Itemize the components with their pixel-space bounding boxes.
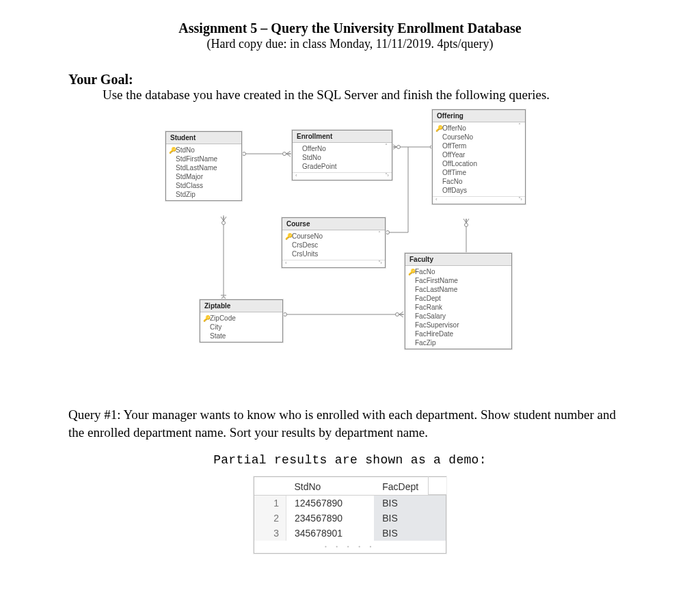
- field: StdLastName: [166, 163, 241, 172]
- query1-text: Query #1: Your manager wants to know who…: [68, 406, 632, 441]
- field: OffYear: [433, 150, 525, 159]
- scrollbar-icon: ˄˅: [385, 143, 390, 178]
- cell-facdept: BIS: [374, 496, 446, 511]
- field: FacNo: [415, 268, 435, 275]
- title-main: Query the University Enrollment Database: [271, 21, 521, 36]
- cell-stdno: 234567890: [286, 511, 375, 526]
- field: CrsDesc: [282, 241, 385, 249]
- table-row: 1 124567890 BIS: [254, 496, 446, 511]
- entity-enrollment: Enrollment OfferNo StdNo GradePoint ˄˅ ‹…: [292, 130, 392, 180]
- field: FacRank: [405, 303, 511, 312]
- field: OfferNo: [293, 144, 392, 153]
- key-icon: 🔑: [435, 125, 442, 132]
- field: FacSupervisor: [405, 321, 511, 329]
- scrollbar-icon: ˄˅: [518, 122, 524, 202]
- entity-title: Faculty: [405, 254, 511, 266]
- key-icon: 🔑: [408, 269, 414, 275]
- field: FacSalary: [405, 312, 511, 321]
- field: City: [200, 323, 282, 332]
- document-page: Assignment 5 – Query the University Enro…: [0, 0, 700, 581]
- cell-stdno: 345678901: [286, 526, 375, 541]
- field: CrsUnits: [282, 249, 385, 258]
- row-number: 3: [254, 526, 286, 541]
- field: GradePoint: [293, 162, 392, 171]
- entity-title: Offering: [433, 110, 525, 122]
- field: FacNo: [433, 177, 525, 186]
- key-icon: 🔑: [285, 233, 291, 240]
- entity-fields: 🔑StdNo StdFirstName StdLastName StdMajor…: [166, 144, 241, 200]
- field: OffLocation: [433, 159, 525, 168]
- entity-offering: Offering 🔑OfferNo CourseNo OffTerm OffYe…: [432, 109, 526, 204]
- title-prefix: Assignment 5 –: [178, 21, 271, 36]
- field: FacFirstName: [405, 276, 511, 285]
- field: State: [200, 332, 282, 340]
- field: FacDept: [405, 294, 511, 303]
- result-table: StdNo FacDept 1 124567890 BIS 2 23456789…: [254, 477, 446, 541]
- key-icon: 🔑: [203, 315, 209, 322]
- query1-result-sample: StdNo FacDept 1 124567890 BIS 2 23456789…: [254, 476, 446, 554]
- hscrollbar-icon: ‹›: [293, 172, 392, 180]
- entity-title: Enrollment: [293, 131, 392, 143]
- cell-facdept: BIS: [374, 526, 446, 541]
- query1-demo-label: Partial results are shown as a demo:: [68, 453, 632, 467]
- field: ZipCode: [210, 314, 236, 322]
- cell-stdno: 124567890: [286, 496, 375, 511]
- field: StdZip: [166, 190, 241, 199]
- entity-title: Ziptable: [200, 300, 282, 312]
- field: FacHireDate: [405, 329, 511, 338]
- entity-ziptable: Ziptable 🔑ZipCode City State: [200, 299, 283, 342]
- field: StdNo: [176, 146, 195, 154]
- field: OffTerm: [433, 141, 525, 150]
- field: OfferNo: [442, 124, 466, 132]
- field: StdFirstName: [166, 154, 241, 163]
- table-row: 3 345678901 BIS: [254, 526, 446, 541]
- entity-title: Course: [282, 218, 385, 230]
- er-diagram: Student 🔑StdNo StdFirstName StdLastName …: [159, 109, 541, 390]
- field: OffDays: [433, 186, 525, 195]
- field: CourseNo: [433, 133, 525, 141]
- hscrollbar-icon: ‹›: [433, 196, 525, 204]
- row-number: 1: [254, 496, 286, 511]
- entity-faculty: Faculty 🔑FacNo FacFirstName FacLastName …: [405, 253, 512, 349]
- goal-heading: Your Goal:: [68, 72, 632, 87]
- cell-facdept: BIS: [374, 511, 446, 526]
- row-number: 2: [254, 511, 286, 526]
- field: FacZip: [405, 338, 511, 347]
- table-row: 2 234567890 BIS: [254, 511, 446, 526]
- page-title: Assignment 5 – Query the University Enro…: [68, 19, 632, 37]
- field: StdNo: [293, 153, 392, 162]
- page-subtitle: (Hard copy due: in class Monday, 11/11/2…: [68, 37, 632, 51]
- hscrollbar-icon: ‹›: [282, 260, 385, 267]
- truncation-icon: [254, 541, 446, 553]
- field: StdClass: [166, 181, 241, 190]
- col-header-rownum: [254, 477, 286, 496]
- col-header-stdno: StdNo: [286, 477, 375, 496]
- entity-title: Student: [166, 132, 241, 144]
- field: StdMajor: [166, 172, 241, 181]
- field: CourseNo: [292, 232, 323, 240]
- entity-student: Student 🔑StdNo StdFirstName StdLastName …: [165, 131, 242, 201]
- scrollbar-icon: ˄˅: [378, 230, 383, 266]
- goal-text: Use the database you have created in the…: [103, 87, 632, 103]
- page-fold-icon: [428, 476, 446, 495]
- field: OffTime: [433, 168, 525, 177]
- key-icon: 🔑: [169, 147, 175, 154]
- field: FacLastName: [405, 285, 511, 294]
- entity-course: Course 🔑CourseNo CrsDesc CrsUnits ˄˅ ‹›: [282, 217, 386, 268]
